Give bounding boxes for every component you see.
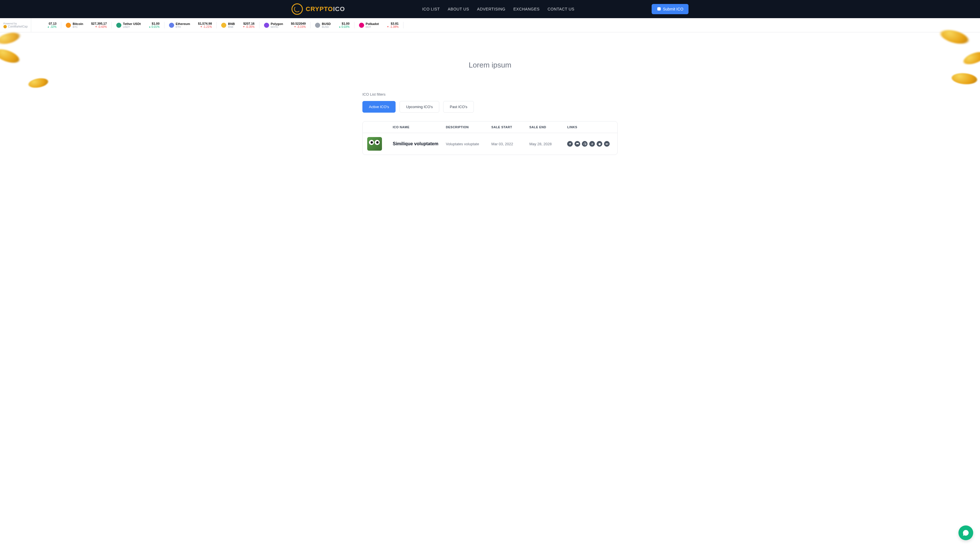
- ticker-item[interactable]: 07.13▲.32%: [37, 22, 61, 29]
- ticker-item[interactable]: BitcoinBTC $27,395.17▼-0.43%: [61, 22, 111, 29]
- ico-links: [567, 141, 613, 147]
- ticker-item[interactable]: EthereumETH $1,574.98▼-1.21%: [164, 22, 217, 29]
- th-description: DESCRIPTION: [446, 125, 492, 129]
- github-icon[interactable]: [582, 141, 587, 147]
- ticker-item[interactable]: BUSDBUSD $1.00▲0.03%: [310, 22, 354, 29]
- svg-point-4: [607, 143, 608, 145]
- slack-icon[interactable]: [589, 141, 595, 147]
- coin-icon: [116, 23, 121, 28]
- table-row[interactable]: Similique voluptatem Voluptates voluptat…: [363, 133, 617, 155]
- ico-sale-end: May 28, 2028: [530, 142, 567, 146]
- coin-icon: [315, 23, 320, 28]
- coin-icon: [264, 23, 269, 28]
- chat-button[interactable]: [958, 525, 973, 540]
- nav-contact-us[interactable]: CONTACT US: [547, 7, 574, 11]
- filter-upcoming[interactable]: Upcoming ICO's: [399, 101, 439, 113]
- ico-name: Similique voluptatem: [393, 141, 446, 147]
- ticker-item[interactable]: PolkadotDOT $3.81▼-1.38%: [355, 22, 404, 29]
- ticker-item[interactable]: Tether USDtUSDT $1.00▲0.01%: [112, 22, 164, 29]
- ico-description: Voluptates voluptate: [446, 142, 492, 146]
- filter-tabs: Active ICO's Upcoming ICO's Past ICO's: [363, 101, 617, 113]
- nav-ico-list[interactable]: ICO LIST: [422, 7, 440, 11]
- main-nav: ICO LIST ABOUT US ADVERTISING EXCHANGES …: [422, 7, 574, 11]
- decorative-coins-right: [929, 29, 980, 99]
- logo[interactable]: CRYPTOICO: [291, 3, 345, 15]
- ticker-powered-by: Powered by CoinMarketCap: [3, 18, 31, 32]
- coin-icon: [169, 23, 174, 28]
- medium-icon[interactable]: [604, 141, 610, 147]
- chat-icon: [963, 529, 969, 536]
- crypto-ticker: Powered by CoinMarketCap 07.13▲.32% Bitc…: [0, 18, 980, 32]
- coin-icon: [66, 23, 71, 28]
- discord-icon[interactable]: [574, 141, 580, 147]
- ticker-item[interactable]: BNBBNB $207.16▼-0.35%: [216, 22, 259, 29]
- filters-label: ICO List filters: [363, 92, 617, 96]
- page-title: Lorem ipsum: [363, 61, 617, 70]
- coinmarketcap-icon: [3, 25, 7, 29]
- nav-advertising[interactable]: ADVERTISING: [477, 7, 505, 11]
- database-icon: [657, 7, 661, 11]
- site-header: CRYPTOICO ICO LIST ABOUT US ADVERTISING …: [0, 0, 980, 18]
- ico-sale-start: Mar 03, 2022: [492, 142, 530, 146]
- th-links: LINKS: [567, 125, 613, 129]
- table-header: ICO NAME DESCRIPTION SALE START SALE END…: [363, 121, 617, 133]
- ico-table: ICO NAME DESCRIPTION SALE START SALE END…: [363, 121, 617, 155]
- filter-past[interactable]: Past ICO's: [443, 101, 474, 113]
- decorative-coins-left: [0, 29, 51, 99]
- ico-image: [367, 137, 382, 151]
- coin-icon: [359, 23, 364, 28]
- ticker-item[interactable]: PolygonMATIC $0.522049▼-3.15%: [259, 22, 310, 29]
- nav-about-us[interactable]: ABOUT US: [448, 7, 469, 11]
- ticker-items: 07.13▲.32% BitcoinBTC $27,395.17▼-0.43% …: [37, 22, 403, 29]
- coin-icon: [221, 23, 226, 28]
- reddit-icon[interactable]: [597, 141, 602, 147]
- telegram-icon[interactable]: [567, 141, 573, 147]
- svg-point-3: [606, 143, 607, 145]
- th-name: ICO NAME: [393, 125, 446, 129]
- svg-point-5: [608, 143, 608, 144]
- th-sale-end: SALE END: [530, 125, 567, 129]
- th-sale-start: SALE START: [492, 125, 530, 129]
- submit-ico-button[interactable]: Submit ICO: [652, 4, 689, 14]
- filter-active[interactable]: Active ICO's: [363, 101, 396, 113]
- nav-exchanges[interactable]: EXCHANGES: [513, 7, 539, 11]
- logo-text: CRYPTOICO: [306, 5, 345, 13]
- logo-icon: [291, 3, 303, 15]
